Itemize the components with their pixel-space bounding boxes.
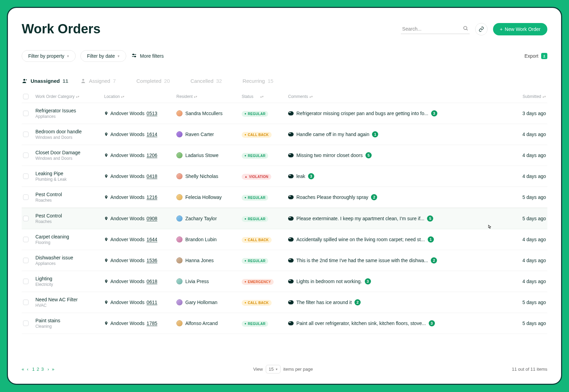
filter-property-label: Filter by property	[28, 53, 64, 59]
tab-cancelled[interactable]: ✕ Cancelled 32	[182, 76, 222, 86]
page-size-suffix: items per page	[283, 367, 313, 372]
page-prev[interactable]: ‹	[27, 367, 28, 372]
unit-link[interactable]: 0618	[146, 279, 157, 284]
page-size-select[interactable]: 15 ▾	[266, 365, 281, 373]
row-checkbox[interactable]	[23, 173, 29, 179]
unit-link[interactable]: 1216	[146, 194, 157, 200]
table-row[interactable]: Pest Control Roaches Andover Woods 1216 …	[22, 187, 547, 208]
unit-link[interactable]: 0611	[146, 300, 157, 305]
svg-point-0	[463, 26, 467, 30]
table-row[interactable]: Need New AC Filter HVAC Andover Woods 06…	[22, 292, 547, 313]
more-filters-button[interactable]: More filters	[131, 53, 164, 59]
row-checkbox[interactable]	[23, 237, 29, 242]
page-number[interactable]: 2	[37, 367, 39, 372]
new-work-order-button[interactable]: + New Work Order	[493, 23, 547, 35]
page-next[interactable]: ›	[47, 367, 49, 372]
unit-link[interactable]: 0908	[146, 216, 157, 221]
status-cell: ● EMERGENCY	[242, 278, 288, 285]
location-cell: Andover Woods 0513	[104, 111, 176, 116]
location-cell: Andover Woods 0418	[104, 173, 176, 179]
resident-name: Ladarius Stowe	[185, 153, 219, 158]
svg-point-3	[133, 54, 134, 55]
location-cell: Andover Woods 0908	[104, 216, 176, 221]
property-name: Andover Woods	[110, 237, 144, 242]
svg-line-1	[467, 29, 468, 30]
avatar	[176, 257, 183, 264]
select-all-checkbox[interactable]	[23, 94, 29, 99]
map-pin-icon	[104, 258, 108, 263]
comment-icon	[288, 111, 294, 115]
unit-link[interactable]: 1785	[146, 321, 157, 326]
col-category[interactable]: Work Order Category▴▾	[35, 94, 104, 99]
search-input[interactable]	[401, 24, 470, 34]
row-checkbox[interactable]	[23, 132, 29, 137]
page-first[interactable]: «	[22, 367, 24, 372]
table-row[interactable]: Lighting Electricity Andover Woods 0618 …	[22, 271, 547, 292]
unit-link[interactable]: 1644	[146, 237, 157, 242]
table-footer: « ‹ 123 › » View 15 ▾ items per page 11 …	[22, 365, 547, 373]
status-dot-icon: ●	[244, 133, 247, 136]
resident-cell: Gary Holloman	[176, 299, 242, 305]
share-link-button[interactable]	[475, 23, 488, 35]
category-cell: Need New AC Filter HVAC	[35, 297, 104, 308]
search-icon	[463, 25, 468, 31]
comment-text: Lights in bedroom not working.	[296, 279, 362, 284]
table-row[interactable]: Paint stains Cleaning Andover Woods 1785…	[22, 313, 547, 334]
map-pin-icon	[104, 321, 108, 326]
table-body: Refrigerator Issues Appliances Andover W…	[22, 103, 547, 334]
property-name: Andover Woods	[110, 153, 144, 158]
property-name: Andover Woods	[110, 111, 144, 116]
row-checkbox[interactable]	[23, 111, 29, 116]
resident-name: Hanna Jones	[185, 258, 214, 263]
table-row[interactable]: Bedroom door handle Windows and Doors An…	[22, 124, 547, 145]
row-checkbox[interactable]	[23, 300, 29, 305]
page-number[interactable]: 1	[32, 367, 35, 372]
row-checkbox[interactable]	[23, 194, 29, 200]
category-subtitle: Appliances	[35, 114, 104, 119]
table-row[interactable]: Pest Control Roaches Andover Woods 0908 …	[22, 208, 547, 229]
col-location[interactable]: Location▴▾	[104, 94, 176, 99]
resident-cell: Shelly Nicholas	[176, 173, 242, 179]
unit-link[interactable]: 0418	[146, 173, 157, 179]
new-work-order-label: New Work Order	[505, 26, 540, 32]
page-last[interactable]: »	[52, 367, 54, 372]
table-row[interactable]: Dishwasher issue Appliances Andover Wood…	[22, 250, 547, 271]
filter-date-button[interactable]: Filter by date ▾	[80, 50, 126, 62]
row-checkbox[interactable]	[23, 258, 29, 263]
refresh-icon: ↻	[233, 78, 240, 84]
row-checkbox[interactable]	[23, 216, 29, 221]
table-row[interactable]: Carpet cleaning Flooring Andover Woods 1…	[22, 229, 547, 250]
chevron-down-icon: ▾	[118, 54, 120, 58]
tab-completed[interactable]: ✓ Completed 20	[128, 76, 170, 86]
header-actions: + New Work Order	[401, 23, 547, 35]
unit-link[interactable]: 1614	[146, 132, 157, 137]
unit-link[interactable]: 0513	[146, 111, 157, 116]
unit-link[interactable]: 1206	[146, 153, 157, 158]
unit-link[interactable]: 1536	[146, 258, 157, 263]
category-subtitle: Flooring	[35, 240, 104, 245]
table-row[interactable]: Leaking Pipe Plumbing & Leak Andover Woo…	[22, 166, 547, 187]
tab-unassigned[interactable]: Unassigned 11	[22, 76, 68, 86]
tab-assigned[interactable]: Assigned 7	[80, 76, 116, 86]
category-cell: Leaking Pipe Plumbing & Leak	[35, 171, 104, 182]
comment-count: 5	[365, 152, 372, 158]
table-row[interactable]: Closet Door Damage Windows and Doors And…	[22, 145, 547, 166]
filter-property-button[interactable]: Filter by property ▾	[22, 50, 76, 62]
avatar	[176, 131, 183, 137]
row-checkbox[interactable]	[23, 321, 29, 326]
col-comments[interactable]: Comments▴▾	[288, 94, 460, 99]
status-label: REGULAR	[248, 196, 266, 200]
table-row[interactable]: Refrigerator Issues Appliances Andover W…	[22, 103, 547, 124]
resident-cell: Brandon Lubin	[176, 236, 242, 243]
col-status[interactable]: Status▴▾	[242, 94, 288, 99]
tab-recurring[interactable]: ↻ Recurring 15	[233, 76, 273, 86]
row-checkbox[interactable]	[23, 279, 29, 284]
row-checkbox[interactable]	[23, 153, 29, 158]
col-resident[interactable]: Resident▴▾	[176, 94, 242, 99]
pagination: « ‹ 123 › »	[22, 367, 54, 372]
page-size-value: 15	[269, 367, 274, 372]
col-submitted[interactable]: Submitted▴▾	[460, 94, 546, 99]
page-number[interactable]: 3	[41, 367, 44, 372]
export-button[interactable]: Export	[525, 53, 547, 59]
submitted-cell: 5 days ago	[460, 216, 546, 221]
